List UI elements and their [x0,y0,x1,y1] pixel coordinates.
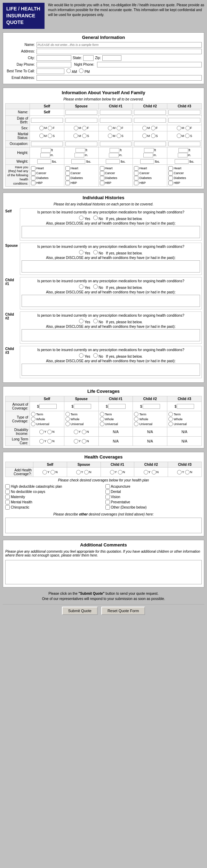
check-vision[interactable]: Vision [105,495,202,499]
child1-type-whole[interactable] [100,417,104,421]
child1-marital-m[interactable] [108,133,112,138]
child2-hc-no[interactable] [152,470,156,474]
self-weight-input[interactable] [37,159,51,164]
child1-weight-input[interactable] [106,159,120,164]
child3-marital-m[interactable] [177,133,181,138]
child1-name-input[interactable] [100,110,132,115]
spouse-type-whole[interactable] [65,417,70,421]
pm-radio[interactable] [79,68,83,73]
no-deductible-cb[interactable] [5,489,10,494]
spouse-di-no[interactable] [82,430,86,434]
spouse-lt-yes[interactable] [74,439,78,444]
name-input[interactable] [37,42,202,48]
maternity-cb[interactable] [5,495,10,499]
child2-type-universal[interactable] [134,422,138,426]
self-type-universal[interactable] [31,422,35,426]
self-heart-cb[interactable] [31,166,35,171]
child3-type-universal[interactable] [168,422,173,426]
child2-history-textarea[interactable] [22,329,200,341]
spouse-coverage-amount[interactable] [74,404,91,409]
child1-height-ft[interactable] [110,148,119,153]
child2-weight-input[interactable] [140,159,154,164]
city-input[interactable] [37,55,71,61]
child2-occupation-input[interactable] [134,141,166,146]
self-height-in[interactable] [40,153,50,157]
child1-history-textarea[interactable] [22,295,200,307]
self-rx-yes[interactable] [79,216,83,220]
child2-type-term[interactable] [134,412,138,416]
child3-weight-input[interactable] [175,159,189,164]
child3-history-textarea[interactable] [22,364,200,376]
spouse-rx-yes[interactable] [79,250,83,254]
email-input[interactable] [37,75,202,81]
spouse-heart-cb[interactable] [65,166,70,171]
child3-marital-s[interactable] [185,133,190,138]
spouse-occupation-input[interactable] [65,141,97,146]
child3-cancer-cb[interactable] [168,171,173,176]
child3-hc-yes[interactable] [177,470,182,474]
child1-hc-yes[interactable] [110,470,114,474]
spouse-type-term[interactable] [65,412,70,416]
child2-height-in[interactable] [143,153,153,157]
state-input[interactable] [83,55,94,61]
preventative-cb[interactable] [105,500,110,504]
self-di-yes[interactable] [39,430,44,434]
child1-sex-m[interactable] [108,126,112,130]
dental-cb[interactable] [105,489,110,494]
child2-rx-yes[interactable] [79,319,83,323]
spouse-hc-no[interactable] [84,470,89,474]
am-radio[interactable] [66,68,71,73]
self-lt-yes[interactable] [39,439,44,444]
reset-button[interactable]: Reset Quote Form [101,607,145,615]
child1-diabetes-cb[interactable] [100,176,104,180]
spouse-sex-m[interactable] [74,126,78,130]
self-hc-yes[interactable] [42,470,47,474]
child2-height-ft[interactable] [144,148,154,153]
chiropractic-cb[interactable] [5,505,10,510]
check-preventative[interactable]: Preventative [105,500,202,504]
child2-coverage-amount[interactable] [143,404,160,409]
child3-dob-input[interactable] [168,118,200,123]
spouse-hbp-cb[interactable] [65,181,70,185]
child2-dob-input[interactable] [134,118,166,123]
child1-height-in[interactable] [109,153,119,157]
check-maternity[interactable]: Maternity [5,495,102,499]
spouse-cancer-cb[interactable] [65,171,70,176]
self-sex-m[interactable] [39,126,44,130]
high-deductible-cb[interactable] [5,484,10,489]
self-hc-no[interactable] [50,470,55,474]
check-chiropractic[interactable]: Chiropractic [5,505,102,510]
submit-button[interactable]: Submit Quote [62,607,98,615]
child1-dob-input[interactable] [100,118,132,123]
child2-cancer-cb[interactable] [134,171,138,176]
child2-hc-yes[interactable] [144,470,148,474]
child1-cancer-cb[interactable] [100,171,104,176]
child3-rx-no[interactable] [93,353,98,358]
child2-marital-s[interactable] [151,133,156,138]
self-marital-s[interactable] [48,133,52,138]
child3-name-input[interactable] [168,110,200,115]
child1-marital-s[interactable] [117,133,121,138]
zip-input[interactable] [102,55,121,61]
child1-heart-cb[interactable] [100,166,104,171]
check-mental-health[interactable]: Mental Health [5,500,102,504]
best-time-input[interactable] [37,68,64,74]
self-rx-no[interactable] [93,216,98,220]
self-cancer-cb[interactable] [31,171,35,176]
spouse-name-input[interactable] [65,110,97,115]
spouse-marital-s[interactable] [82,133,87,138]
child2-marital-m[interactable] [142,133,147,138]
spouse-rx-no[interactable] [93,250,98,254]
address-input[interactable] [37,49,202,54]
child3-height-ft[interactable] [178,148,188,153]
self-hbp-cb[interactable] [31,181,35,185]
child2-sex-f[interactable] [151,126,156,130]
child3-sex-m[interactable] [177,126,181,130]
child3-type-whole[interactable] [168,417,173,421]
child3-sex-f[interactable] [185,126,190,130]
check-high-deductible[interactable]: High deductible catastrophic plan [5,484,102,489]
day-phone-input[interactable] [37,62,71,67]
child2-rx-no[interactable] [93,319,98,323]
child3-coverage-amount[interactable] [177,404,194,409]
spouse-lt-no[interactable] [82,439,86,444]
